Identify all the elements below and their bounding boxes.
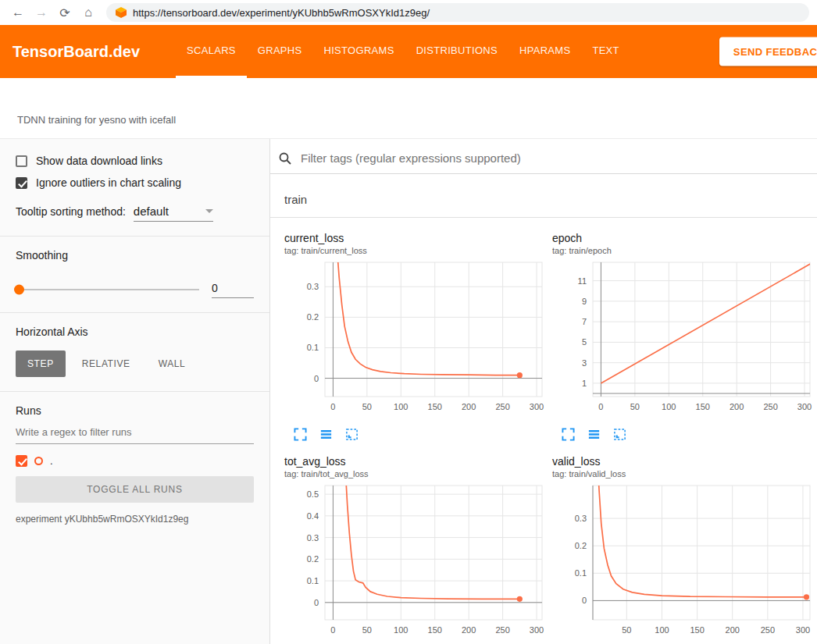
tab-hparams[interactable]: HPARAMS [508,25,581,78]
back-icon[interactable]: ← [8,5,28,20]
fit-domain-icon[interactable] [613,428,626,441]
tab-histograms[interactable]: HISTOGRAMS [313,25,405,78]
svg-text:250: 250 [761,625,775,635]
run-row[interactable]: . [16,455,254,467]
chart-tag: tag: train/current_loss [284,246,546,255]
ignore-outliers-checkbox[interactable] [16,177,27,189]
general-settings-section: Show data download links Ignore outliers… [0,139,269,237]
svg-text:5: 5 [582,337,587,347]
svg-text:0: 0 [314,598,319,607]
forward-icon[interactable]: → [31,5,52,20]
svg-text:200: 200 [462,625,476,635]
send-feedback-button[interactable]: SEND FEEDBACK [719,37,817,66]
ignore-outliers-row[interactable]: Ignore outliers in chart scaling [16,176,254,189]
chart-card-tot_avg_loss: tot_avg_losstag: train/tot_avg_loss05010… [284,455,546,644]
svg-text:0: 0 [330,402,335,411]
svg-text:0.1: 0.1 [307,576,319,585]
chart-plot-current_loss[interactable]: 05010015020025030000.10.20.3 [284,260,546,423]
fit-domain-icon[interactable] [345,428,359,441]
axis-wall-button[interactable]: WALL [147,350,198,377]
svg-text:0.2: 0.2 [575,541,587,550]
address-bar[interactable]: https://tensorboard.dev/experiment/yKUbh… [106,3,809,22]
tab-graphs[interactable]: GRAPHS [247,25,313,78]
svg-text:200: 200 [730,402,744,411]
chevron-down-icon [205,209,213,213]
svg-text:0: 0 [330,625,335,635]
chart-title: valid_loss [552,455,814,468]
refresh-icon[interactable]: ⟳ [55,5,75,20]
svg-text:150: 150 [428,402,442,411]
chart-plot-tot_avg_loss[interactable]: 05010015020025030000.10.20.30.40.5 [284,483,546,644]
tooltip-sorting-value: default [134,205,169,218]
home-icon[interactable]: ⌂ [78,5,98,20]
tab-distributions[interactable]: DISTRIBUTIONS [405,25,508,78]
browser-toolbar: ← → ⟳ ⌂ https://tensorboard.dev/experime… [0,0,817,25]
charts-grid: current_losstag: train/current_loss05010… [270,218,817,644]
run-checkbox[interactable] [16,455,27,467]
smoothing-slider[interactable] [16,289,199,290]
axis-relative-button[interactable]: RELATIVE [70,350,142,377]
ignore-outliers-label: Ignore outliers in chart scaling [36,176,181,189]
horizontal-axis-label: Horizontal Axis [16,326,254,338]
chart-tag: tag: train/valid_loss [552,469,814,479]
smoothing-label: Smoothing [16,249,254,262]
expand-chart-icon[interactable] [294,428,307,441]
svg-text:3: 3 [582,358,587,368]
data-lines-icon[interactable] [319,428,333,441]
tag-group-train-header[interactable]: train [270,174,817,218]
svg-text:100: 100 [655,625,669,635]
chart-card-valid_loss: valid_losstag: train/valid_loss501001502… [552,455,814,644]
axis-step-button[interactable]: STEP [16,350,66,377]
chart-title: tot_avg_loss [284,455,546,468]
run-name: . [50,455,53,467]
runs-label: Runs [16,404,254,417]
tab-scalars[interactable]: SCALARS [176,25,247,78]
show-download-links-checkbox[interactable] [16,155,27,167]
axis-buttons: STEPRELATIVEWALL [16,350,254,377]
filter-tags-row [270,139,817,174]
chart-card-current_loss: current_losstag: train/current_loss05010… [284,232,546,441]
horizontal-axis-section: Horizontal Axis STEPRELATIVEWALL [0,313,269,392]
svg-text:250: 250 [495,402,509,411]
data-lines-icon[interactable] [587,428,601,441]
chart-plot-epoch[interactable]: 0501001502002503001357911 [552,260,814,423]
chart-tag: tag: train/epoch [552,246,814,255]
chart-card-epoch: epochtag: train/epoch0501001502002503001… [552,232,814,441]
filter-tags-input[interactable] [299,151,809,165]
svg-text:0.1: 0.1 [307,343,319,352]
settings-sidebar: Show data download links Ignore outliers… [0,139,270,644]
svg-text:0: 0 [314,374,319,383]
svg-text:0: 0 [582,596,587,605]
svg-text:50: 50 [622,625,631,635]
chart-plot-valid_loss[interactable]: 5010015020025030000.10.20.3 [552,483,814,644]
search-icon [278,151,292,165]
show-download-links-row[interactable]: Show data download links [16,155,254,167]
smoothing-value-input[interactable] [212,280,254,298]
svg-text:150: 150 [690,625,704,635]
svg-text:150: 150 [696,402,710,411]
smoothing-slider-thumb[interactable] [14,284,24,294]
svg-text:250: 250 [495,625,509,635]
svg-text:0.2: 0.2 [307,312,319,322]
toggle-all-runs-button[interactable]: TOGGLE ALL RUNS [16,476,254,503]
svg-text:300: 300 [530,625,544,635]
svg-text:100: 100 [394,625,408,635]
app-header: TensorBoard.dev SCALARSGRAPHSHISTOGRAMSD… [0,25,817,78]
svg-text:50: 50 [362,625,372,635]
tab-text[interactable]: TEXT [581,25,630,78]
experiment-title: TDNN training for yesno with icefall [0,78,817,139]
tooltip-sorting-dropdown[interactable]: default [134,205,213,222]
nav-tabs: SCALARSGRAPHSHISTOGRAMSDISTRIBUTIONSHPAR… [176,25,630,78]
svg-text:0.1: 0.1 [575,568,587,578]
app-logo[interactable]: TensorBoard.dev [12,43,140,61]
svg-text:100: 100 [662,402,676,411]
svg-text:300: 300 [797,402,812,411]
chart-title: epoch [552,232,814,244]
svg-text:0.5: 0.5 [307,489,319,499]
svg-text:0.3: 0.3 [307,533,319,543]
svg-text:0: 0 [598,402,603,411]
expand-chart-icon[interactable] [562,428,575,441]
runs-filter-input[interactable] [16,420,254,444]
svg-text:300: 300 [796,625,810,635]
svg-text:200: 200 [462,402,476,411]
